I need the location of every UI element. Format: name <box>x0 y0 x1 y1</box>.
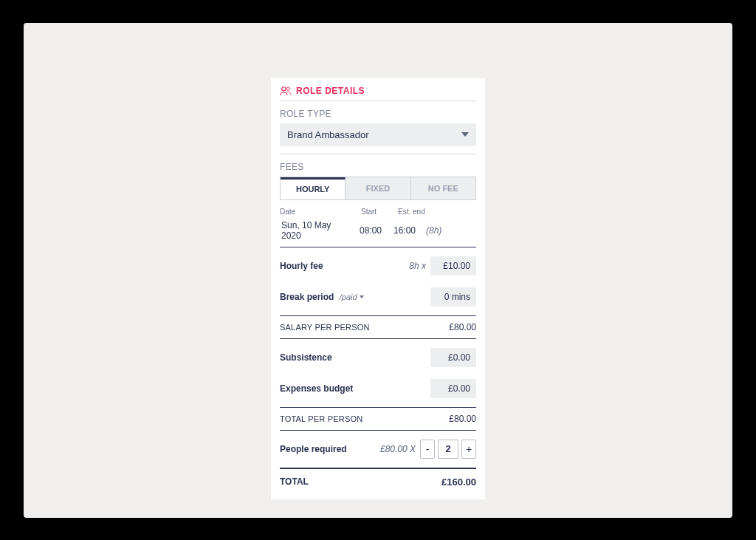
start-time-input[interactable]: 08:00 <box>358 222 388 239</box>
schedule-headers: Date Start Est. end <box>280 208 476 216</box>
fees-label: FEES <box>280 162 476 172</box>
subsistence-label: Subsistence <box>280 352 332 363</box>
subsistence-row: Subsistence £0.00 <box>280 342 476 373</box>
role-type-select[interactable]: Brand Ambassador <box>280 123 476 146</box>
date-header: Date <box>280 208 354 216</box>
fee-tabs: HOURLY FIXED NO FEE <box>280 177 476 200</box>
people-increment-button[interactable]: + <box>461 440 476 459</box>
divider <box>280 430 476 431</box>
break-period-row: Break period /paid 0 mins <box>280 281 476 312</box>
end-header: Est. end <box>398 208 427 216</box>
role-details-panel: ROLE DETAILS ROLE TYPE Brand Ambassador … <box>271 78 485 499</box>
role-type-label: ROLE TYPE <box>280 109 476 119</box>
divider <box>280 468 476 469</box>
salary-pp-row: SALARY PER PERSON £80.00 <box>280 319 476 335</box>
total-pp-row: TOTAL PER PERSON £80.00 <box>280 411 476 427</box>
duration-text: (8h) <box>426 225 441 236</box>
tab-fixed[interactable]: FIXED <box>346 177 410 199</box>
hourly-fee-input[interactable]: £10.00 <box>430 256 476 276</box>
salary-pp-label: SALARY PER PERSON <box>280 323 370 332</box>
people-icon <box>280 86 292 96</box>
tab-no-fee[interactable]: NO FEE <box>411 177 475 199</box>
break-period-input[interactable]: 0 mins <box>430 287 476 307</box>
total-pp-label: TOTAL PER PERSON <box>280 414 362 423</box>
chevron-down-icon <box>360 295 364 298</box>
hourly-fee-label: Hourly fee <box>280 261 323 271</box>
app-frame: ROLE DETAILS ROLE TYPE Brand Ambassador … <box>24 23 732 518</box>
people-unit-price: £80.00 X <box>380 444 416 454</box>
break-period-label: Break period <box>280 292 334 302</box>
break-paid-toggle[interactable]: /paid <box>340 293 364 301</box>
svg-point-1 <box>286 87 289 90</box>
divider <box>280 247 476 247</box>
svg-point-0 <box>282 86 286 90</box>
people-required-label: People required <box>280 444 347 454</box>
divider <box>280 154 476 154</box>
subsistence-input[interactable]: £0.00 <box>430 348 476 367</box>
tab-hourly[interactable]: HOURLY <box>281 177 346 199</box>
people-count[interactable]: 2 <box>438 440 458 459</box>
end-time-input[interactable]: 16:00 <box>392 222 422 239</box>
people-decrement-button[interactable]: - <box>420 440 435 459</box>
people-stepper: - 2 + <box>420 440 476 459</box>
start-header: Start <box>361 208 391 216</box>
hourly-fee-row: Hourly fee 8h x £10.00 <box>280 250 476 281</box>
divider <box>280 315 476 316</box>
expenses-row: Expenses budget £0.00 <box>280 373 476 404</box>
total-pp-value: £80.00 <box>430 414 476 424</box>
schedule-values: Sun, 10 May 2020 08:00 16:00 (8h) <box>280 217 476 244</box>
panel-header: ROLE DETAILS <box>280 86 476 101</box>
expenses-label: Expenses budget <box>280 383 353 394</box>
total-row: TOTAL £160.00 <box>280 472 476 492</box>
hourly-fee-mult: 8h x <box>409 261 426 271</box>
chevron-down-icon <box>461 132 469 137</box>
divider <box>280 407 476 408</box>
total-value: £160.00 <box>441 476 476 488</box>
panel-title: ROLE DETAILS <box>296 86 365 96</box>
divider <box>280 338 476 339</box>
date-input[interactable]: Sun, 10 May 2020 <box>280 217 354 244</box>
total-label: TOTAL <box>280 476 309 487</box>
role-type-value: Brand Ambassador <box>287 129 369 140</box>
salary-pp-value: £80.00 <box>430 322 476 332</box>
people-required-row: People required £80.00 X - 2 + <box>280 434 476 465</box>
break-paid-text: /paid <box>340 293 357 301</box>
expenses-input[interactable]: £0.00 <box>430 379 476 398</box>
